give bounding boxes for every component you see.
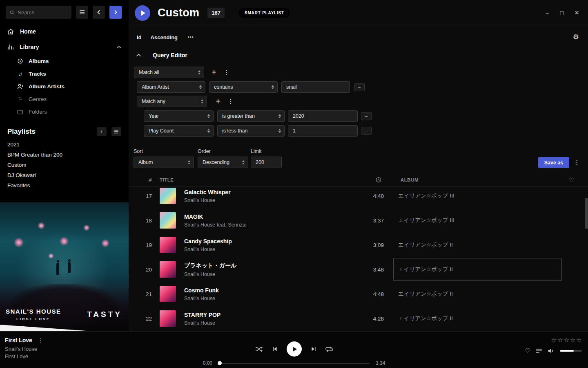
column-header-album[interactable]: ALBUM — [401, 177, 419, 182]
sidebar-item-tracks[interactable]: ♫ Tracks — [0, 67, 129, 80]
playlist-item[interactable]: Favorites — [0, 180, 129, 191]
rule-field-select[interactable]: Year — [144, 110, 214, 122]
track-meta: Cosmo Funk Snail's House — [184, 287, 355, 301]
remove-rule-button[interactable]: − — [354, 83, 365, 91]
column-header-favorite-icon[interactable]: ♡ — [569, 177, 574, 183]
add-rule-button[interactable]: + — [209, 67, 219, 78]
list-sort-bar: Id Ascending ⋯ — [137, 34, 194, 41]
track-album-cell[interactable]: エイリアン☆ポップ II — [398, 257, 568, 282]
chevron-up-icon[interactable] — [117, 46, 121, 49]
track-row[interactable]: 20 プラネット・ガール Snail's House 3:48 エイリアン☆ポッ… — [129, 257, 588, 282]
play-button[interactable] — [287, 341, 302, 357]
sidebar-item-home[interactable]: Home — [0, 24, 129, 39]
sidebar-item-albums[interactable]: Albums — [0, 55, 129, 67]
remove-rule-button[interactable]: − — [361, 127, 372, 135]
rule-operator-select[interactable]: is greater than — [217, 110, 285, 122]
settings-gear-icon[interactable]: ⚙ — [573, 33, 579, 41]
track-album-cell[interactable]: エイリアン☆ポップ II — [398, 282, 568, 306]
save-menu-button[interactable]: ⋮ — [573, 158, 581, 167]
playlist-item[interactable]: 2021 — [0, 139, 129, 150]
rule-operator-select[interactable]: contains — [209, 81, 278, 93]
select-arrows-icon — [272, 85, 274, 89]
match-type-select[interactable]: Match all — [134, 67, 204, 78]
search-input[interactable] — [18, 9, 67, 16]
track-row[interactable]: 18 MAGIK Snail's House feat. Sennzai 3:3… — [129, 208, 588, 233]
star-icon[interactable]: ☆ — [557, 337, 563, 344]
sidebar-item-folders[interactable]: Folders — [0, 105, 129, 118]
star-icon[interactable]: ☆ — [577, 337, 582, 344]
sidebar-item-library[interactable]: Library — [0, 39, 129, 55]
sort-field-button[interactable]: Id — [137, 34, 142, 40]
track-row[interactable]: 22 STARRY POP Snail's House 4:28 エイリアン☆ポ… — [129, 306, 588, 331]
volume-icon[interactable] — [548, 348, 555, 354]
maximize-button[interactable]: □ — [560, 9, 564, 16]
play-playlist-button[interactable] — [135, 5, 150, 21]
star-icon[interactable]: ☆ — [570, 337, 575, 344]
track-album-cell[interactable]: エイリアン☆ポップ II — [398, 233, 568, 257]
next-button[interactable] — [311, 346, 316, 352]
repeat-button[interactable] — [325, 346, 333, 352]
sort-select[interactable]: Album — [134, 157, 194, 168]
track-meta: プラネット・ガール Snail's House — [184, 262, 355, 277]
column-header-duration-icon[interactable] — [376, 177, 381, 184]
limit-input[interactable] — [251, 157, 282, 168]
add-playlist-button[interactable]: + — [97, 127, 107, 136]
shuffle-button[interactable] — [255, 346, 263, 352]
rule-value-input[interactable] — [288, 125, 358, 137]
track-album-cell[interactable]: エイリアン☆ポップ III — [398, 187, 568, 208]
playlist-header: Custom 167 SMART PLAYLIST − □ × — [129, 0, 588, 26]
track-album-cell[interactable]: エイリアン☆ポップ III — [398, 208, 568, 233]
star-icon[interactable]: ☆ — [564, 337, 569, 344]
scrollbar-thumb[interactable] — [585, 198, 588, 229]
track-row[interactable]: 21 Cosmo Funk Snail's House 4:48 エイリアン☆ポ… — [129, 282, 588, 306]
nav-back-button[interactable] — [93, 6, 105, 19]
search-box[interactable] — [6, 6, 71, 19]
add-group-rule-button[interactable]: + — [213, 96, 223, 107]
more-options-button[interactable]: ⋯ — [187, 34, 194, 41]
lantern-glow — [48, 253, 54, 259]
nav-forward-button[interactable] — [109, 6, 122, 19]
close-button[interactable]: × — [575, 9, 579, 17]
sidebar-item-genres[interactable]: ⚐ Genres — [0, 93, 129, 105]
seek-handle[interactable] — [218, 361, 222, 365]
minimize-button[interactable]: − — [546, 9, 549, 16]
rule-group-menu-button[interactable]: ⋮ — [223, 68, 231, 77]
track-number: 18 — [129, 218, 152, 224]
track-row[interactable]: 19 Candy Spaceship Snail's House 3:09 エイ… — [129, 233, 588, 257]
play-icon — [293, 347, 297, 352]
column-header-title[interactable]: TITLE — [160, 177, 174, 182]
seek-bar[interactable] — [218, 363, 370, 364]
star-icon[interactable]: ☆ — [551, 337, 557, 344]
favorite-button[interactable]: ♡ — [525, 347, 530, 355]
rule-field-select[interactable]: Album Artist — [137, 81, 205, 93]
track-art — [160, 286, 176, 302]
rule-operator-select[interactable]: is less than — [217, 125, 285, 137]
playlist-list-button[interactable] — [111, 127, 121, 136]
sidebar-item-album-artists[interactable]: Album Artists — [0, 80, 129, 93]
remove-rule-button[interactable]: − — [361, 112, 372, 120]
playlist-item[interactable]: Custom — [0, 160, 129, 170]
player-secondary-controls: ♡ — [525, 347, 582, 355]
playlist-item[interactable]: BPM Greater than 200 — [0, 150, 129, 160]
sort-label: Sort — [134, 148, 143, 154]
track-row[interactable]: 17 Galactic Whisper Snail's House 4:40 エ… — [129, 187, 588, 208]
queue-button[interactable] — [536, 348, 542, 353]
group-match-type-select[interactable]: Match any — [137, 96, 207, 107]
previous-button[interactable] — [272, 346, 278, 352]
group-menu-button[interactable]: ⋮ — [227, 97, 235, 106]
volume-slider[interactable] — [560, 350, 582, 352]
rule-value-input[interactable] — [288, 110, 358, 122]
menu-button[interactable] — [76, 6, 88, 19]
track-album-cell[interactable]: エイリアン☆ポップ II — [398, 306, 568, 331]
track-title: Cosmo Funk — [184, 287, 355, 294]
playlist-item[interactable]: DJ Okawari — [0, 170, 129, 180]
now-playing: First Love ⋮ Snail's House First Love — [5, 337, 44, 359]
rule-field-select[interactable]: Play Count — [144, 125, 214, 137]
column-header-index[interactable]: # — [129, 177, 152, 182]
sort-direction-button[interactable]: Ascending — [151, 34, 178, 40]
rule-value-input[interactable] — [281, 81, 350, 93]
order-select[interactable]: Descending — [198, 157, 248, 168]
now-playing-menu-button[interactable]: ⋮ — [38, 337, 44, 343]
collapse-query-editor-button[interactable] — [136, 54, 141, 57]
save-as-button[interactable]: Save as — [538, 157, 569, 168]
